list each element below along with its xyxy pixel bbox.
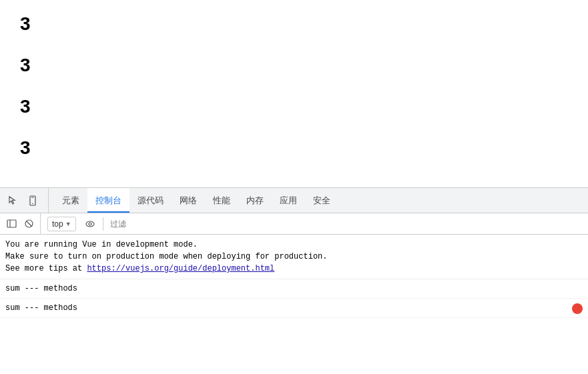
sidebar-toggle-icon[interactable] — [3, 215, 20, 233]
tab-performance[interactable]: 性能 — [205, 188, 238, 213]
svg-rect-3 — [7, 220, 16, 227]
filter-input[interactable] — [106, 219, 585, 229]
tab-sources[interactable]: 源代码 — [129, 188, 172, 213]
clear-console-icon[interactable] — [20, 215, 37, 233]
error-indicator — [572, 303, 583, 314]
page-content: 3 3 3 3 — [0, 0, 588, 187]
eye-icon[interactable] — [81, 215, 99, 233]
inspect-icon[interactable] — [3, 191, 22, 210]
console-output: You are running Vue in development mode.… — [0, 235, 588, 374]
number-3: 3 — [20, 96, 568, 117]
tab-network[interactable]: 网络 — [172, 188, 205, 213]
toolbar-divider — [103, 217, 103, 231]
svg-point-2 — [32, 203, 33, 204]
number-1: 3 — [20, 13, 568, 35]
toolbar-icon-group — [3, 213, 41, 234]
devtools-tab-bar: 元素 控制台 源代码 网络 性能 内存 应用 安全 — [0, 188, 588, 213]
console-toolbar: top ▼ — [0, 213, 588, 235]
vue-deployment-link[interactable]: https://vuejs.org/guide/deployment.html — [87, 264, 274, 273]
vue-warning-message: You are running Vue in development mode.… — [0, 235, 588, 279]
devtools-icon-group-left — [3, 188, 49, 213]
svg-point-7 — [86, 221, 94, 227]
tab-application[interactable]: 应用 — [272, 188, 305, 213]
sum-log-2: sum --- methods — [0, 299, 588, 318]
number-2: 3 — [20, 55, 568, 76]
tab-security[interactable]: 安全 — [305, 188, 338, 213]
tab-memory[interactable]: 内存 — [238, 188, 272, 213]
devtools-panel: 元素 控制台 源代码 网络 性能 内存 应用 安全 — [0, 187, 588, 374]
svg-line-6 — [26, 221, 31, 227]
number-4: 3 — [20, 137, 568, 159]
device-toolbar-icon[interactable] — [23, 191, 42, 210]
svg-rect-1 — [31, 197, 34, 197]
tab-elements[interactable]: 元素 — [54, 188, 87, 213]
context-selector[interactable]: top ▼ — [47, 217, 76, 231]
context-selector-arrow: ▼ — [65, 221, 71, 227]
tab-console[interactable]: 控制台 — [87, 188, 129, 213]
svg-point-8 — [89, 223, 91, 225]
sum-log-1: sum --- methods — [0, 279, 588, 299]
